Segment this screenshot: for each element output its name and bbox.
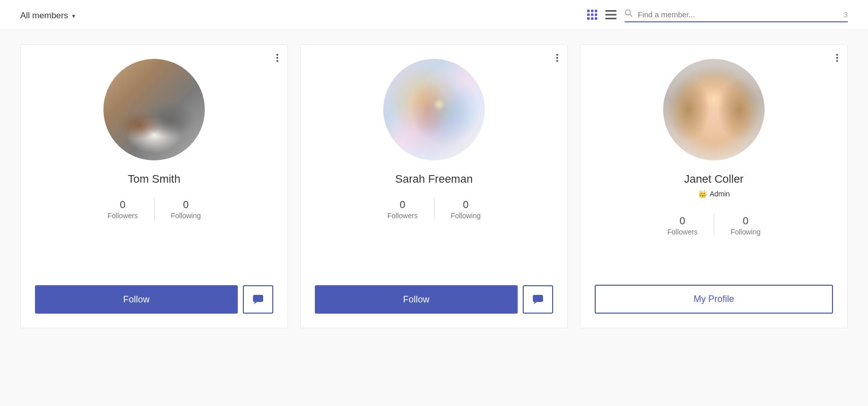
svg-marker-17 xyxy=(533,302,537,304)
follow-button-tom-smith[interactable]: Follow xyxy=(35,285,238,314)
member-card-tom-smith: Tom Smith 0 Followers 0 Following Follow xyxy=(20,44,288,328)
svg-line-13 xyxy=(630,15,633,17)
following-label-tom-smith: Following xyxy=(171,212,201,220)
stats-sarah-freeman: 0 Followers 0 Following xyxy=(371,198,497,220)
svg-marker-15 xyxy=(254,302,257,304)
followers-count-sarah-freeman: 0 xyxy=(400,198,405,211)
following-count-tom-smith: 0 xyxy=(183,198,189,211)
following-label-sarah-freeman: Following xyxy=(451,212,481,220)
followers-stat-sarah-freeman: 0 Followers xyxy=(371,198,434,220)
main-content: Tom Smith 0 Followers 0 Following Follow xyxy=(0,30,868,343)
chat-button-tom-smith[interactable] xyxy=(243,285,273,314)
followers-stat-janet-coller: 0 Followers xyxy=(651,215,714,236)
following-count-janet-coller: 0 xyxy=(743,215,748,227)
member-name-tom-smith: Tom Smith xyxy=(128,173,180,186)
following-stat-sarah-freeman: 0 Following xyxy=(435,198,497,220)
grid-view-icon[interactable] xyxy=(587,10,597,22)
avatar-sarah-freeman xyxy=(383,59,485,160)
followers-label-janet-coller: Followers xyxy=(667,228,698,236)
search-icon xyxy=(625,9,633,19)
admin-badge-janet-coller: 👑 Admin xyxy=(698,190,730,198)
chat-button-sarah-freeman[interactable] xyxy=(523,285,553,314)
topbar: All members ▾ xyxy=(0,0,868,30)
svg-rect-6 xyxy=(587,17,590,20)
svg-rect-9 xyxy=(605,10,617,12)
member-name-sarah-freeman: Sarah Freeman xyxy=(395,173,473,186)
svg-rect-14 xyxy=(253,295,263,302)
chevron-down-icon: ▾ xyxy=(72,12,76,20)
followers-label-sarah-freeman: Followers xyxy=(387,212,418,220)
buttons-tom-smith: Follow xyxy=(35,285,273,314)
svg-rect-11 xyxy=(605,18,617,19)
svg-rect-16 xyxy=(533,295,543,302)
svg-rect-4 xyxy=(591,13,594,16)
followers-count-tom-smith: 0 xyxy=(120,198,125,211)
members-filter-dropdown[interactable]: All members ▾ xyxy=(20,11,76,21)
crown-icon: 👑 xyxy=(698,190,707,198)
following-label-janet-coller: Following xyxy=(731,228,761,236)
members-filter-label: All members xyxy=(20,11,68,21)
member-card-janet-coller: Janet Coller 👑 Admin 0 Followers 0 Follo… xyxy=(580,44,848,328)
search-input[interactable] xyxy=(638,10,835,19)
svg-rect-5 xyxy=(595,13,597,16)
profile-button-janet-coller[interactable]: My Profile xyxy=(595,285,833,314)
following-count-sarah-freeman: 0 xyxy=(463,198,468,211)
card-menu-sarah-freeman[interactable] xyxy=(556,54,558,62)
svg-rect-8 xyxy=(595,17,597,20)
following-stat-tom-smith: 0 Following xyxy=(155,198,217,220)
search-area: 3 xyxy=(625,9,848,22)
avatar-janet-coller xyxy=(663,59,765,160)
avatar-tom-smith xyxy=(103,59,205,160)
svg-rect-7 xyxy=(591,17,594,20)
followers-stat-tom-smith: 0 Followers xyxy=(91,198,154,220)
admin-label: Admin xyxy=(710,190,730,198)
member-count: 3 xyxy=(844,10,848,19)
members-grid: Tom Smith 0 Followers 0 Following Follow xyxy=(20,44,848,328)
member-card-sarah-freeman: Sarah Freeman 0 Followers 0 Following Fo… xyxy=(300,44,568,328)
card-menu-tom-smith[interactable] xyxy=(276,54,278,62)
stats-tom-smith: 0 Followers 0 Following xyxy=(91,198,217,220)
svg-rect-1 xyxy=(591,10,594,12)
list-view-icon[interactable] xyxy=(605,10,617,22)
card-menu-janet-coller[interactable] xyxy=(836,54,838,62)
buttons-janet-coller: My Profile xyxy=(595,285,833,314)
stats-janet-coller: 0 Followers 0 Following xyxy=(651,214,777,236)
follow-button-sarah-freeman[interactable]: Follow xyxy=(315,285,518,314)
following-stat-janet-coller: 0 Following xyxy=(714,215,777,236)
svg-rect-0 xyxy=(587,10,590,12)
view-toggle xyxy=(587,10,617,22)
followers-count-janet-coller: 0 xyxy=(679,215,685,227)
member-name-janet-coller: Janet Coller xyxy=(684,173,743,186)
svg-rect-3 xyxy=(587,13,590,16)
svg-rect-2 xyxy=(595,10,597,12)
svg-rect-10 xyxy=(605,14,617,15)
followers-label-tom-smith: Followers xyxy=(107,212,138,220)
svg-point-12 xyxy=(626,10,631,15)
buttons-sarah-freeman: Follow xyxy=(315,285,553,314)
